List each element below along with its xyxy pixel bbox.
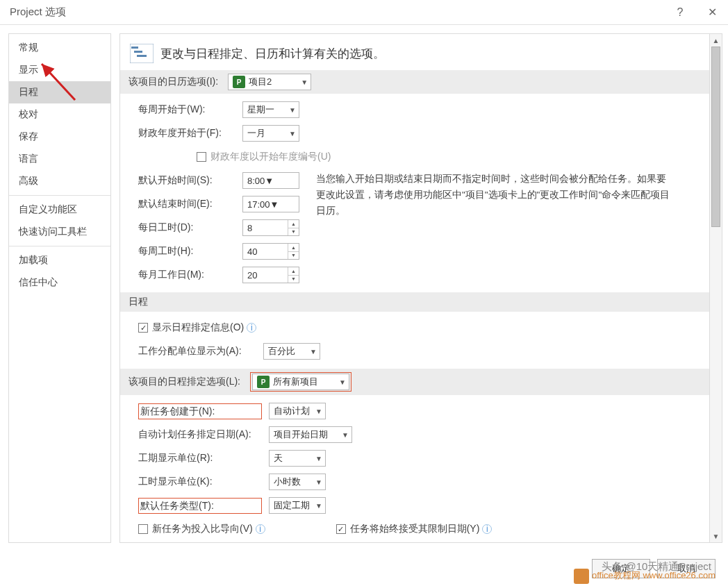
assignment-units-label: 工作分配单位显示为(A): <box>138 345 263 358</box>
vertical-scrollbar[interactable]: ▲ ▼ <box>710 33 722 543</box>
section-schedule-options: 该项目的日程排定选项(L): P 所有新项目 ▼ <box>120 369 709 395</box>
info-icon[interactable]: i <box>482 524 492 534</box>
sidebar-item-language[interactable]: 语言 <box>9 148 110 170</box>
category-sidebar: 常规 显示 日程 校对 保存 语言 高级 自定义功能区 快速访问工具栏 加载项 … <box>8 33 111 543</box>
assignment-units-select[interactable]: 百分比▼ <box>263 343 320 360</box>
svg-rect-4 <box>137 55 147 57</box>
highlight-box: P 所有新项目 ▼ <box>250 372 351 392</box>
watermark-text: office教程网 www.office26.com <box>574 569 715 584</box>
scroll-down-arrow[interactable]: ▼ <box>710 530 722 542</box>
default-task-type-select[interactable]: 固定工期▼ <box>269 497 326 514</box>
checkbox-icon <box>197 152 206 162</box>
default-end-time-label: 默认结束时间(E): <box>138 198 242 210</box>
section-calendar-options: 该项目的日历选项(I): P 项目2 ▼ <box>120 70 709 94</box>
effort-driven-checkbox[interactable]: 新任务为投入比导向(V) <box>138 523 253 535</box>
sidebar-item-qat[interactable]: 快速访问工具栏 <box>9 221 110 243</box>
page-title: 更改与日程排定、日历和计算有关的选项。 <box>160 46 385 62</box>
scroll-thumb[interactable] <box>711 47 720 227</box>
sidebar-separator <box>9 246 110 246</box>
svg-rect-2 <box>131 47 138 49</box>
schedule-project-select[interactable]: P 所有新项目 ▼ <box>252 374 349 390</box>
highlight-box: 默认任务类型(T): <box>138 498 262 514</box>
section-schedule: 日程 <box>120 292 709 312</box>
calendar-project-select[interactable]: P 项目2 ▼ <box>228 74 311 90</box>
scroll-up-arrow[interactable]: ▲ <box>710 34 722 47</box>
sidebar-item-schedule[interactable]: 日程 <box>9 81 110 103</box>
fiscal-numbering-checkbox[interactable]: 财政年度以开始年度编号(U) <box>197 151 331 163</box>
sidebar-item-display[interactable]: 显示 <box>9 59 110 81</box>
new-task-created-select[interactable]: 自动计划▼ <box>269 403 326 419</box>
section-label: 该项目的日历选项(I): <box>129 76 218 88</box>
show-scheduling-info-checkbox[interactable]: ✓ 显示日程排定信息(O) <box>138 321 244 334</box>
week-start-label: 每周开始于(W): <box>138 103 242 116</box>
svg-rect-3 <box>134 51 142 53</box>
hours-per-day-input[interactable]: 8 ▲▼ <box>242 219 299 236</box>
info-icon[interactable]: i <box>256 524 265 534</box>
calendar-note: 当您输入开始日期或结束日期而不指定时间时，这些时间会被分配给任务。如果要更改此设… <box>316 171 670 219</box>
default-start-time-input[interactable]: 8:00 ▼ <box>242 172 299 189</box>
auto-scheduled-select[interactable]: 项目开始日期▼ <box>269 426 352 443</box>
new-task-created-label: 新任务创建于(N): <box>140 405 215 417</box>
info-icon[interactable]: i <box>247 323 256 333</box>
window-title: Project 选项 <box>10 6 66 19</box>
highlight-box: 新任务创建于(N): <box>138 403 262 419</box>
hours-per-week-input[interactable]: 40 ▲▼ <box>242 243 299 260</box>
sidebar-separator <box>9 195 110 196</box>
chevron-down-icon: ▼ <box>297 78 308 86</box>
sidebar-item-advanced[interactable]: 高级 <box>9 170 110 192</box>
duration-unit-label: 工期显示单位(R): <box>138 452 269 464</box>
project-icon: P <box>257 376 270 388</box>
default-start-time-label: 默认开始时间(S): <box>138 174 242 187</box>
fiscal-start-label: 财政年度开始于(F): <box>138 127 242 140</box>
logo-icon <box>574 569 589 584</box>
sidebar-item-general[interactable]: 常规 <box>9 37 110 59</box>
days-per-month-input[interactable]: 20 ▲▼ <box>242 267 299 283</box>
project-icon: P <box>233 76 245 88</box>
sidebar-item-save[interactable]: 保存 <box>9 126 110 148</box>
checkbox-icon: ✓ <box>138 323 148 333</box>
options-panel: 更改与日程排定、日历和计算有关的选项。 该项目的日历选项(I): P 项目2 ▼… <box>119 33 710 543</box>
duration-unit-select[interactable]: 天▼ <box>269 450 326 467</box>
hours-per-week-label: 每周工时(H): <box>138 245 242 258</box>
week-start-select[interactable]: 星期一▼ <box>242 101 299 118</box>
help-button[interactable]: ? <box>664 0 696 25</box>
title-bar: Project 选项 ? ✕ <box>0 0 728 25</box>
sidebar-item-addins[interactable]: 加载项 <box>9 249 110 271</box>
auto-scheduled-label: 自动计划任务排定日期(A): <box>138 428 269 441</box>
honor-constraint-checkbox[interactable]: ✓ 任务将始终接受其限制日期(Y) <box>336 523 480 535</box>
hours-per-day-label: 每日工时(D): <box>138 221 242 234</box>
work-unit-label: 工时显示单位(K): <box>138 476 269 488</box>
close-button[interactable]: ✕ <box>696 0 728 25</box>
sidebar-item-trust-center[interactable]: 信任中心 <box>9 271 110 294</box>
work-unit-select[interactable]: 小时数▼ <box>269 474 326 490</box>
sidebar-item-proofing[interactable]: 校对 <box>9 103 110 126</box>
days-per-month-label: 每月工作日(M): <box>138 269 242 281</box>
sidebar-item-customize-ribbon[interactable]: 自定义功能区 <box>9 199 110 221</box>
schedule-icon <box>130 44 154 63</box>
default-end-time-input[interactable]: 17:00 ▼ <box>242 196 299 212</box>
fiscal-start-select[interactable]: 一月▼ <box>242 125 299 142</box>
default-task-type-label: 默认任务类型(T): <box>140 500 214 511</box>
